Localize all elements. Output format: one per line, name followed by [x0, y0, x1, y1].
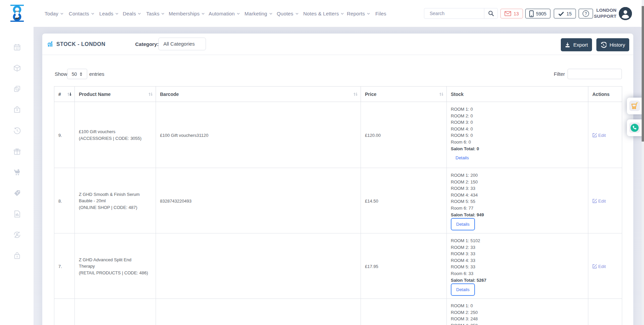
svg-text:?: ? — [585, 11, 587, 16]
svg-text:12: 12 — [15, 47, 19, 50]
